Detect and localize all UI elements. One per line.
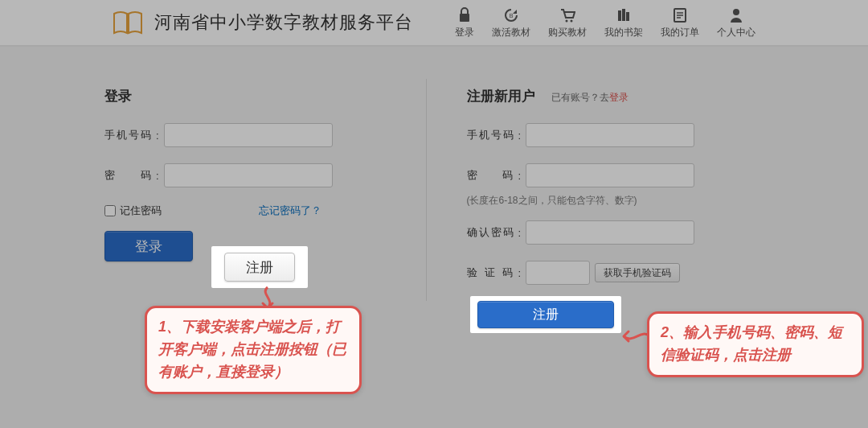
register-title: 注册新用户 bbox=[467, 87, 535, 105]
svg-text:B: B bbox=[510, 13, 514, 19]
register-code-input[interactable] bbox=[526, 261, 590, 285]
nav-profile[interactable]: 个人中心 bbox=[717, 6, 755, 39]
svg-rect-7 bbox=[626, 12, 629, 21]
order-icon bbox=[673, 6, 687, 24]
forgot-password-link[interactable]: 忘记密码了？ bbox=[259, 204, 321, 218]
register-password-label: 密 码 bbox=[467, 168, 514, 183]
nav-label: 激活教材 bbox=[492, 26, 530, 39]
login-options-row: 记住密码 忘记密码了？ bbox=[104, 204, 321, 218]
book-icon bbox=[113, 10, 143, 35]
annotation-arrow-2 bbox=[619, 324, 651, 348]
register-confirm-row: 确认密码: bbox=[467, 220, 764, 245]
login-password-label: 密 码 bbox=[104, 168, 151, 183]
have-account-hint: 已有账号？去登录 bbox=[551, 91, 628, 105]
annotation-2: 2、输入手机号码、密码、短信验证码，点击注册 bbox=[647, 311, 864, 377]
get-code-button[interactable]: 获取手机验证码 bbox=[595, 263, 680, 282]
svg-point-3 bbox=[566, 19, 568, 22]
nav-label: 购买教材 bbox=[548, 26, 587, 39]
remember-checkbox-input[interactable] bbox=[104, 205, 116, 216]
refresh-icon: B bbox=[503, 6, 519, 24]
login-phone-label: 手机号码 bbox=[104, 128, 151, 142]
login-phone-input[interactable] bbox=[164, 123, 333, 147]
svg-point-12 bbox=[733, 9, 739, 15]
register-confirm-input[interactable] bbox=[526, 220, 694, 245]
nav-label: 个人中心 bbox=[717, 26, 755, 39]
lock-icon bbox=[457, 6, 472, 24]
login-phone-row: 手机号码: bbox=[104, 123, 402, 147]
register-code-row: 验 证 码: 获取手机验证码 bbox=[467, 261, 764, 285]
register-code-label: 验 证 码 bbox=[467, 265, 514, 280]
nav-buy[interactable]: 购买教材 bbox=[548, 6, 587, 39]
header-nav: 登录 B 激活教材 购买教材 我的书架 我的订单 bbox=[455, 6, 755, 39]
cart-icon bbox=[559, 6, 575, 24]
nav-login[interactable]: 登录 bbox=[455, 6, 474, 39]
submit-highlight: 注册 bbox=[470, 296, 621, 333]
login-title: 登录 bbox=[104, 87, 402, 105]
remember-checkbox[interactable]: 记住密码 bbox=[104, 204, 162, 218]
nav-label: 登录 bbox=[455, 26, 474, 39]
site-header: 河南省中小学数字教材服务平台 登录 B 激活教材 购买教材 我的书架 bbox=[0, 0, 868, 45]
register-confirm-label: 确认密码 bbox=[467, 225, 514, 240]
register-highlight: 注册 bbox=[211, 246, 308, 288]
register-password-row: 密 码: bbox=[467, 163, 764, 187]
login-button[interactable]: 登录 bbox=[104, 231, 193, 261]
login-password-row: 密 码: bbox=[104, 163, 402, 187]
annotation-1: 1、下载安装客户端之后，打开客户端，点击注册按钮（已有账户，直接登录） bbox=[145, 306, 362, 394]
go-login-link[interactable]: 登录 bbox=[609, 92, 628, 103]
register-submit-button[interactable]: 注册 bbox=[477, 301, 614, 328]
register-panel: 注册新用户 已有账号？去登录 手机号码: 密 码: (长度在6-18之间，只能包… bbox=[427, 79, 788, 301]
main: 登录 手机号码: 密 码: 记住密码 忘记密码了？ 登录 注册新用户 已有账号？… bbox=[0, 47, 868, 301]
svg-point-4 bbox=[571, 19, 573, 22]
logo: 河南省中小学数字教材服务平台 bbox=[113, 10, 413, 35]
user-icon bbox=[729, 6, 743, 24]
nav-label: 我的订单 bbox=[661, 26, 699, 39]
nav-orders[interactable]: 我的订单 bbox=[661, 6, 699, 39]
svg-rect-1 bbox=[460, 14, 469, 22]
password-hint: (长度在6-18之间，只能包含字符、数字) bbox=[467, 194, 764, 208]
svg-rect-6 bbox=[622, 9, 625, 21]
register-password-input[interactable] bbox=[526, 163, 694, 187]
svg-rect-5 bbox=[618, 10, 621, 21]
register-phone-input[interactable] bbox=[526, 123, 694, 147]
register-button[interactable]: 注册 bbox=[224, 253, 295, 282]
shelf-icon bbox=[616, 6, 632, 24]
nav-activate[interactable]: B 激活教材 bbox=[492, 6, 530, 39]
nav-shelf[interactable]: 我的书架 bbox=[604, 6, 643, 39]
login-password-input[interactable] bbox=[164, 163, 333, 187]
register-phone-row: 手机号码: bbox=[467, 123, 764, 147]
nav-label: 我的书架 bbox=[604, 26, 643, 39]
remember-label: 记住密码 bbox=[120, 204, 162, 218]
site-title: 河南省中小学数字教材服务平台 bbox=[154, 10, 413, 35]
register-phone-label: 手机号码 bbox=[467, 128, 514, 142]
